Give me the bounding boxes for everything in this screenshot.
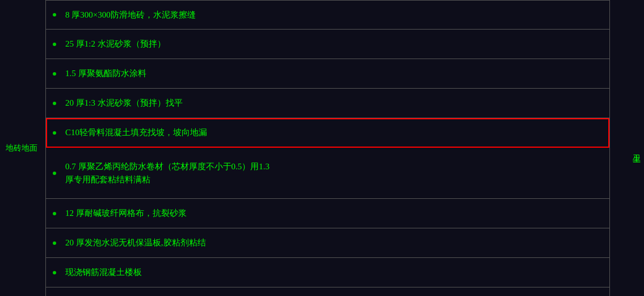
- bullet-cell: [46, 271, 63, 274]
- table-row: 1.5 厚聚氨酯防水涂料: [46, 59, 609, 89]
- table-row: 12 厚耐碱玻纤网格布，抗裂砂浆: [46, 199, 609, 228]
- bullet-cell: [46, 212, 63, 215]
- row-text: 25 厚1:2 水泥砂浆（预拌）: [63, 36, 609, 52]
- table-row: 20 厚1:3 水泥砂浆（预拌）找平: [46, 89, 609, 118]
- row-text: 8 厚300×300防滑地砖，水泥浆擦缝: [63, 7, 609, 23]
- left-label: 地砖地面: [6, 143, 37, 153]
- bullet-cell: [46, 102, 63, 105]
- bullet-cell: [46, 43, 63, 46]
- row-text: 12 厚耐碱玻纤网格布，抗裂砂浆: [63, 206, 609, 221]
- row-text: 20 厚1:3 水泥砂浆（预拌）找平: [63, 95, 609, 111]
- table-row: 25 厚1:2 水泥砂浆（预拌）: [46, 30, 609, 59]
- bullet-cell: [46, 172, 63, 175]
- bullet-cell: [46, 241, 63, 245]
- row-text: 0.7 厚聚乙烯丙纶防水卷材（芯材厚度不小于0.5）用1.3 厚专用配套粘结料满…: [63, 159, 609, 187]
- row-text: 现浇钢筋混凝土楼板: [63, 265, 609, 280]
- bullet-icon: [53, 212, 56, 215]
- bullet-icon: [53, 72, 56, 76]
- bullet-cell: [46, 131, 63, 135]
- row-text: 1.5 厚聚氨酯防水涂料: [63, 66, 609, 81]
- bullet-icon: [53, 172, 56, 175]
- table-row: 8 厚300×300防滑地砖，水泥浆擦缝: [46, 0, 609, 30]
- bullet-icon: [53, 43, 56, 46]
- table-row: 0.7 厚聚乙烯丙纶防水卷材（芯材厚度不小于0.5）用1.3 厚专用配套粘结料满…: [46, 148, 609, 199]
- table-row: C10轻骨料混凝土填充找坡，坡向地漏: [46, 118, 609, 148]
- row-text: C10轻骨料混凝土填充找坡，坡向地漏: [63, 125, 609, 140]
- main-table: 8 厚300×300防滑地砖，水泥浆擦缝25 厚1:2 水泥砂浆（预拌）1.5 …: [45, 0, 610, 296]
- bullet-icon: [53, 13, 56, 16]
- bullet-cell: [46, 72, 63, 76]
- bullet-icon: [53, 102, 56, 105]
- table-row: 现浇钢筋混凝土楼板: [46, 258, 609, 287]
- table-row: 20 厚发泡水泥无机保温板,胶粘剂粘结: [46, 228, 609, 258]
- row-text: 20 厚发泡水泥无机保温板,胶粘剂粘结: [63, 235, 609, 251]
- bullet-icon: [53, 241, 56, 245]
- bullet-cell: [46, 13, 63, 16]
- bullet-icon: [53, 271, 56, 274]
- main-canvas: 地砖地面 8 厚300×300防滑地砖，水泥浆擦缝25 厚1:2 水泥砂浆（预拌…: [0, 0, 644, 296]
- bullet-icon: [53, 131, 56, 135]
